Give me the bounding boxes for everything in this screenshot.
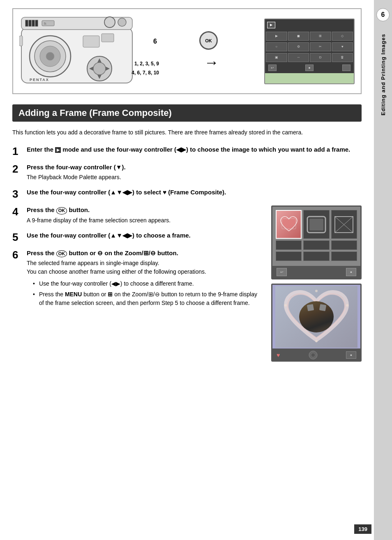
arrow-right: →	[204, 54, 219, 71]
ok-box-6: OK	[56, 250, 67, 257]
step-2-main: Press the four-way controller (▼).	[27, 163, 362, 171]
screen-icon-2: ◼	[288, 32, 309, 41]
step-2-content: Press the four-way controller (▼). The P…	[27, 163, 362, 182]
svg-point-32	[346, 304, 348, 307]
step-3-number: 3	[12, 189, 27, 199]
screen-icon-5: ○	[266, 42, 287, 51]
svg-rect-5	[35, 20, 38, 26]
svg-text:PENTAX: PENTAX	[30, 78, 49, 82]
step-5: 5 Use the four-way controller (▲▼◀▶) to …	[12, 231, 263, 242]
step-2-sub: The Playback Mode Palette appears.	[27, 173, 362, 182]
step-4-content: Press the OK button. A 9-frame display o…	[27, 205, 263, 224]
step-4: 4 Press the OK button. A 9-frame display…	[12, 205, 263, 224]
step-6-sub2: You can choose another frame using eithe…	[27, 268, 263, 276]
main-content: 5:	[0, 0, 374, 540]
step-1: 1 Enter the ▶ mode and use the four-way …	[12, 145, 362, 157]
screen-icons-row2: ○ ⚙ ✂ ♥	[265, 42, 354, 52]
ok-icon: ●	[305, 65, 314, 71]
playback-icon-inline: ▶	[55, 147, 61, 153]
svg-point-8	[104, 17, 115, 28]
bullet-list: Use the four-way controller (◀▶) to choo…	[33, 279, 263, 307]
page-number: 139	[354, 524, 371, 534]
camera-sketch: 5:	[19, 15, 159, 87]
step-3-main: Use the four-way controller (▲▼◀▶) to se…	[27, 188, 362, 196]
screen-icon-dpof: D	[310, 53, 331, 62]
svg-rect-2	[25, 20, 28, 26]
step-4-number: 4	[12, 206, 27, 217]
frame-svg-3	[334, 215, 354, 234]
screen-icon-3: ⊞	[310, 32, 331, 41]
frame-selection-screen: ↩ ●	[271, 205, 362, 279]
diagram-middle: OK →	[199, 31, 224, 71]
camera-svg: 5:	[19, 15, 134, 87]
heart-frame-container	[275, 286, 357, 348]
bullet-item-1: Use the four-way controller (◀▶) to choo…	[33, 279, 263, 288]
frame-grid	[272, 207, 360, 264]
label-steps-b: 4, 6, 7, 8, 10	[131, 70, 159, 76]
side-tab-number: 6	[376, 8, 390, 21]
screen-icons-row1: ▶ ◼ ⊞ ◇	[265, 31, 354, 42]
frame-cell-4	[276, 240, 302, 250]
step-1-content: Enter the ▶ mode and use the four-way co…	[27, 145, 362, 155]
step-6: 6 Press the OK button or ⊖ on the Zoom/⊞…	[12, 249, 263, 309]
label-steps-a: 1, 2, 3, 5, 9	[134, 61, 159, 67]
svg-rect-14	[83, 36, 99, 47]
screen-bottom-bar: ↩ ●	[265, 63, 354, 73]
screen-icon-4: ◇	[332, 32, 353, 41]
step-4-sub: A 9-frame display of the frame selection…	[27, 216, 263, 225]
playback-icon: ▶	[267, 22, 275, 28]
ok-button-diagram: OK	[199, 31, 218, 50]
screen-icon-8: ♥	[332, 42, 353, 51]
menu-bold: MENU	[65, 291, 82, 298]
step-1-main: Enter the ▶ mode and use the four-way co…	[27, 145, 362, 154]
svg-rect-23	[19, 36, 23, 46]
frame-ok-btn: ●	[346, 268, 356, 276]
frame-cell-9	[331, 252, 357, 261]
diagram-box: 5:	[12, 8, 362, 94]
screen-icon-trash: 🗑	[332, 53, 353, 62]
heart-svg-small	[279, 215, 299, 234]
step-6-content: Press the OK button or ⊖ on the Zoom/⊞/⊖…	[27, 249, 263, 309]
svg-point-13	[46, 52, 54, 60]
frame-cell-2	[303, 210, 329, 239]
single-frame-bottom: ♥ ●	[272, 348, 360, 362]
step-3-content: Use the four-way controller (▲▼◀▶) to se…	[27, 188, 362, 198]
side-tab-text: Editing and Printing Images	[380, 34, 386, 115]
svg-point-35	[311, 353, 315, 357]
step-5-number: 5	[12, 232, 27, 242]
step-6-number: 6	[12, 249, 27, 260]
side-tab: 6 Editing and Printing Images	[374, 0, 392, 540]
single-frame-content	[272, 285, 360, 348]
svg-rect-4	[32, 20, 35, 26]
steps-right-images: ↩ ●	[271, 205, 362, 362]
screen-icon-10: ↔	[288, 53, 309, 62]
frame-svg-2	[306, 215, 327, 234]
single-frame-screen: ♥ ●	[271, 284, 362, 362]
frame-back-btn: ↩	[277, 268, 287, 276]
ok-box-4: OK	[56, 207, 67, 214]
step-2-number: 2	[12, 164, 27, 174]
spacer-icon	[342, 65, 350, 71]
steps-4-6-layout: 4 Press the OK button. A 9-frame display…	[12, 205, 362, 362]
svg-rect-15	[101, 34, 114, 42]
section-title: Adding a Frame (Frame Composite)	[12, 104, 362, 122]
step-1-number: 1	[12, 146, 27, 157]
screen-icon-9: ▣	[266, 53, 287, 62]
bullet-item-2: Press the MENU button or ⊞ on the Zoom/⊞…	[33, 290, 263, 307]
wolf-ear-left	[307, 304, 314, 311]
step-4-main: Press the OK button.	[27, 205, 263, 214]
frame-cell-6	[331, 240, 357, 250]
screen-icon-6: ⚙	[288, 42, 309, 51]
svg-point-30	[315, 290, 318, 292]
svg-point-31	[284, 304, 287, 307]
step-6-main: Press the OK button or ⊖ on the Zoom/⊞/⊖…	[27, 249, 263, 257]
intro-text: This function lets you add a decorative …	[12, 128, 362, 137]
svg-text:5:: 5:	[44, 22, 47, 25]
step-3: 3 Use the four-way controller (▲▼◀▶) to …	[12, 188, 362, 199]
svg-point-33	[315, 340, 318, 342]
frame-cell-5	[303, 240, 329, 250]
frame-cell-3	[331, 210, 357, 239]
step-5-content: Use the four-way controller (▲▼◀▶) to ch…	[27, 231, 263, 241]
frame-cell-7	[276, 252, 302, 261]
svg-rect-26	[309, 219, 323, 231]
